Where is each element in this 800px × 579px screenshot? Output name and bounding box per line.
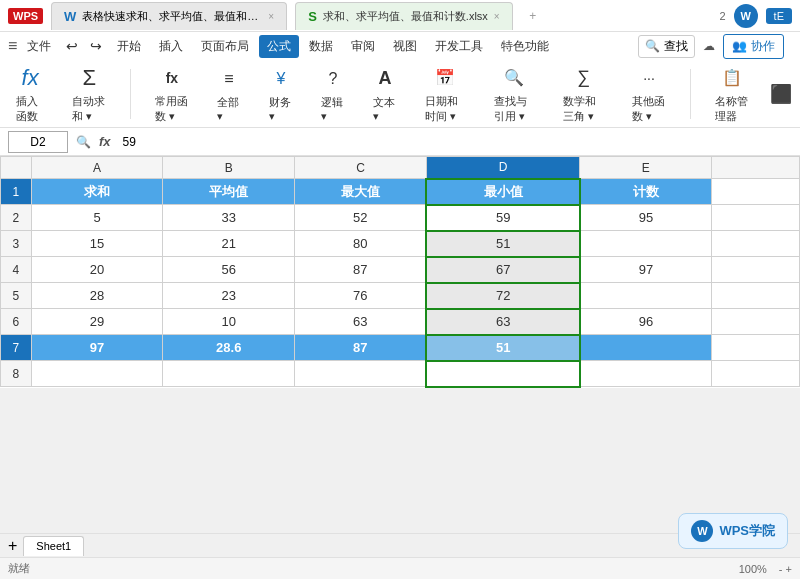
- cell-f4[interactable]: [712, 257, 800, 283]
- cell-c8[interactable]: [295, 361, 427, 387]
- row-header-7[interactable]: 7: [1, 335, 32, 361]
- cell-c7[interactable]: 87: [295, 335, 427, 361]
- cell-c1[interactable]: 最大值: [295, 179, 427, 205]
- cell-c5[interactable]: 76: [295, 283, 427, 309]
- cell-reference-input[interactable]: [8, 131, 68, 153]
- ribbon-lookup[interactable]: 🔍 查找与引用 ▾: [486, 60, 543, 128]
- menu-undo[interactable]: ↩: [61, 35, 83, 57]
- sheet-tab-1[interactable]: Sheet1: [23, 536, 84, 556]
- cell-e8[interactable]: [580, 361, 712, 387]
- col-header-e[interactable]: E: [580, 157, 712, 179]
- ribbon-expand-icon[interactable]: ⬛: [770, 83, 792, 105]
- cell-a4[interactable]: 20: [31, 257, 163, 283]
- ribbon-all-fn[interactable]: ≡ 全部 ▾: [209, 61, 249, 127]
- cell-f2[interactable]: [712, 205, 800, 231]
- cell-c3[interactable]: 80: [295, 231, 427, 257]
- menu-insert[interactable]: 插入: [151, 35, 191, 58]
- menu-review[interactable]: 审阅: [343, 35, 383, 58]
- ribbon-logic[interactable]: ? 逻辑 ▾: [313, 61, 353, 127]
- cell-e1[interactable]: 计数: [580, 179, 712, 205]
- cell-b6[interactable]: 10: [163, 309, 295, 335]
- add-sheet-button[interactable]: +: [4, 537, 21, 555]
- hamburger-icon[interactable]: ≡: [8, 37, 17, 55]
- cell-d5[interactable]: 72: [426, 283, 580, 309]
- cell-c4[interactable]: 87: [295, 257, 427, 283]
- row-header-8[interactable]: 8: [1, 361, 32, 387]
- cell-a6[interactable]: 29: [31, 309, 163, 335]
- menu-view[interactable]: 视图: [385, 35, 425, 58]
- ribbon-finance[interactable]: ¥ 财务 ▾: [261, 61, 301, 127]
- cell-b4[interactable]: 56: [163, 257, 295, 283]
- cell-d2[interactable]: 59: [426, 205, 580, 231]
- row-header-3[interactable]: 3: [1, 231, 32, 257]
- ribbon-common-fn[interactable]: fx 常用函数 ▾: [147, 60, 197, 128]
- cell-e7[interactable]: [580, 335, 712, 361]
- tab-excel[interactable]: S 求和、求平均值、最值和计数.xlsx ×: [295, 2, 513, 30]
- cell-a8[interactable]: [31, 361, 163, 387]
- cell-d1[interactable]: 最小值: [426, 179, 580, 205]
- ribbon-more-fn[interactable]: ··· 其他函数 ▾: [624, 60, 674, 128]
- col-header-empty[interactable]: [712, 157, 800, 179]
- cell-c2[interactable]: 52: [295, 205, 427, 231]
- ribbon-name-mgr[interactable]: 📋 名称管理器: [707, 60, 758, 128]
- cell-a1[interactable]: 求和: [31, 179, 163, 205]
- menu-developer[interactable]: 开发工具: [427, 35, 491, 58]
- cell-e3[interactable]: [580, 231, 712, 257]
- cell-b2[interactable]: 33: [163, 205, 295, 231]
- cell-a3[interactable]: 15: [31, 231, 163, 257]
- ribbon-datetime[interactable]: 📅 日期和时间 ▾: [417, 60, 474, 128]
- cell-d6[interactable]: 63: [426, 309, 580, 335]
- cell-f1[interactable]: [712, 179, 800, 205]
- ribbon-text[interactable]: A 文本 ▾: [365, 61, 405, 127]
- row-header-1[interactable]: 1: [1, 179, 32, 205]
- ribbon-math[interactable]: ∑ 数学和三角 ▾: [555, 60, 612, 128]
- cell-f6[interactable]: [712, 309, 800, 335]
- cell-d3[interactable]: 51: [426, 231, 580, 257]
- tab-word[interactable]: W 表格快速求和、求平均值、最值和计数 … ×: [51, 2, 287, 30]
- cell-d4[interactable]: 67: [426, 257, 580, 283]
- tab2-close[interactable]: ×: [494, 11, 500, 22]
- tab1-close[interactable]: ×: [268, 11, 274, 22]
- cell-d8[interactable]: [426, 361, 580, 387]
- menu-formula[interactable]: 公式: [259, 35, 299, 58]
- menu-redo[interactable]: ↪: [85, 35, 107, 57]
- menu-file[interactable]: 文件: [19, 35, 59, 58]
- cell-d7[interactable]: 51: [426, 335, 580, 361]
- row-header-6[interactable]: 6: [1, 309, 32, 335]
- menu-special[interactable]: 特色功能: [493, 35, 557, 58]
- cell-f8[interactable]: [712, 361, 800, 387]
- col-header-d[interactable]: D: [426, 157, 580, 179]
- formula-input[interactable]: [119, 131, 792, 153]
- row-header-2[interactable]: 2: [1, 205, 32, 231]
- menu-layout[interactable]: 页面布局: [193, 35, 257, 58]
- cell-a5[interactable]: 28: [31, 283, 163, 309]
- col-header-b[interactable]: B: [163, 157, 295, 179]
- menu-data[interactable]: 数据: [301, 35, 341, 58]
- cell-a2[interactable]: 5: [31, 205, 163, 231]
- cell-e4[interactable]: 97: [580, 257, 712, 283]
- cell-b8[interactable]: [163, 361, 295, 387]
- cell-b3[interactable]: 21: [163, 231, 295, 257]
- cell-e5[interactable]: [580, 283, 712, 309]
- cell-a7[interactable]: 97: [31, 335, 163, 361]
- collab-button[interactable]: 👥 协作: [723, 34, 784, 59]
- cell-c6[interactable]: 63: [295, 309, 427, 335]
- wps-academy-badge[interactable]: W WPS学院: [678, 513, 788, 549]
- cell-b1[interactable]: 平均值: [163, 179, 295, 205]
- cell-f7[interactable]: [712, 335, 800, 361]
- cell-f3[interactable]: [712, 231, 800, 257]
- ribbon-insert-fn[interactable]: fx 插入函数: [8, 60, 52, 128]
- zoom-controls[interactable]: - +: [779, 563, 792, 575]
- cell-e2[interactable]: 95: [580, 205, 712, 231]
- col-header-c[interactable]: C: [295, 157, 427, 179]
- col-header-a[interactable]: A: [31, 157, 163, 179]
- row-header-5[interactable]: 5: [1, 283, 32, 309]
- row-header-4[interactable]: 4: [1, 257, 32, 283]
- cell-b7[interactable]: 28.6: [163, 335, 295, 361]
- cell-f5[interactable]: [712, 283, 800, 309]
- cell-e6[interactable]: 96: [580, 309, 712, 335]
- new-tab-button[interactable]: +: [521, 4, 545, 28]
- ribbon-auto-sum[interactable]: Σ 自动求和 ▾: [64, 60, 114, 128]
- menu-start[interactable]: 开始: [109, 35, 149, 58]
- search-box[interactable]: 🔍 查找: [638, 35, 695, 58]
